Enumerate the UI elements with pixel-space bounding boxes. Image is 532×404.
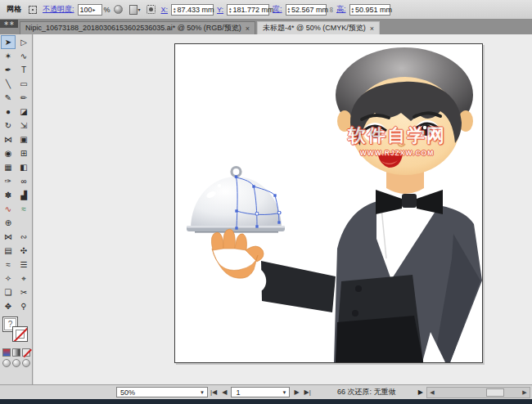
height-input[interactable]: ▴▾50.951 mm	[349, 4, 390, 16]
sleeve	[261, 261, 336, 312]
scrollbar-thumb[interactable]	[486, 388, 504, 397]
free-transform-tool[interactable]: ▣	[16, 132, 31, 146]
perspective-selection-tool[interactable]: ⊕	[1, 216, 16, 230]
scale-tool[interactable]: ⇲	[16, 119, 31, 132]
reshape-tool[interactable]: ∾	[16, 230, 31, 244]
eyedropper-alt-tool[interactable]: ✧	[1, 272, 16, 285]
curvature-tool[interactable]: ∿	[1, 202, 16, 216]
hand-tool[interactable]: ✥	[1, 299, 16, 313]
pupil-right	[421, 124, 432, 136]
zoom-level-combo[interactable]: 50% ▼	[116, 387, 208, 397]
opacity-label[interactable]: 不透明度:	[43, 4, 74, 15]
y-input[interactable]: ▴▾181.772 mm	[227, 4, 269, 16]
scroll-right-icon[interactable]: ▶	[520, 388, 530, 397]
none-button[interactable]	[22, 348, 30, 357]
gradient-tool[interactable]: ◧	[16, 160, 31, 174]
fill-stroke-swatches[interactable]: ?	[2, 316, 31, 346]
page-number-combo[interactable]: 1 ▼	[231, 387, 290, 397]
line-segment-tool[interactable]: ╲	[1, 77, 16, 91]
last-page-button[interactable]: ▶|	[304, 388, 311, 396]
height-label[interactable]: 高:	[336, 4, 346, 15]
lasso-tool[interactable]: ∿	[16, 49, 31, 63]
stroke-swatch[interactable]	[12, 326, 28, 342]
slice-tool[interactable]: ✂	[16, 285, 31, 299]
shape-builder-tool[interactable]: ◉	[1, 146, 16, 160]
eraser-tool[interactable]: ◪	[16, 105, 31, 119]
first-page-button[interactable]: |◀	[210, 388, 217, 396]
close-icon[interactable]: ×	[246, 25, 250, 33]
prev-page-button[interactable]: ◀	[222, 388, 227, 396]
draw-inside-button[interactable]	[22, 359, 30, 367]
percent-sign: %	[104, 6, 110, 14]
waiter-illustration	[175, 44, 482, 362]
close-icon[interactable]: ×	[370, 25, 374, 33]
draw-behind-button[interactable]	[12, 359, 20, 367]
cloche-dome[interactable]	[191, 177, 282, 229]
draw-normal-button[interactable]	[2, 359, 11, 367]
canvas-pasteboard[interactable]: 软件自学网 WWW.RJZXW.COM	[34, 34, 532, 384]
type-tool[interactable]: T	[16, 63, 31, 77]
mesh-tool[interactable]: ▦	[1, 160, 16, 174]
panel-collapse-button[interactable]: ∗∗	[0, 20, 18, 28]
link-dimensions-icon[interactable]: ∞	[327, 7, 336, 11]
scribble-tool[interactable]: ≈	[1, 258, 16, 272]
artboard-tool[interactable]: ❏	[1, 285, 16, 299]
eyedropper-tool[interactable]: ✑	[1, 174, 16, 188]
measure-tool[interactable]: ⌖	[16, 272, 31, 285]
rectangle-tool[interactable]: ▭	[16, 77, 31, 91]
y-label[interactable]: Y:	[217, 6, 223, 14]
select-similar-icon[interactable]	[27, 4, 38, 16]
zoom-tool[interactable]: ⚲	[16, 299, 31, 313]
width-tool[interactable]: ⋈	[1, 132, 16, 146]
direct-selection-tool[interactable]: ▷	[16, 35, 31, 49]
envelope-distort-tool[interactable]: ⋈	[1, 230, 16, 244]
jacket-button	[352, 310, 358, 316]
options-bar: 网格 不透明度: 100 ▸ % ▾ X: ▴▾87.433 mm Y: ▴▾1…	[0, 0, 532, 20]
document-tab-1[interactable]: Nipic_10673188_20180306153602536035.ai* …	[20, 21, 255, 34]
artboard[interactable]: 软件自学网 WWW.RJZXW.COM	[174, 43, 483, 363]
column-graph-tool[interactable]: ▟	[16, 188, 31, 202]
empty-cell	[16, 216, 31, 230]
blob-brush-tool[interactable]: ●	[1, 105, 16, 119]
graph-tool[interactable]: ▤	[1, 244, 16, 258]
width-label[interactable]: 宽:	[273, 4, 282, 15]
status-bar: 50% ▼ |◀ ◀ 1 ▼ ▶ ▶| 66 次还原: 无重做 ▶ ◀ ▶	[0, 384, 532, 399]
x-input[interactable]: ▴▾87.433 mm	[171, 4, 214, 16]
blend-tool[interactable]: ∞	[16, 174, 31, 188]
pencil-tool[interactable]: ✏	[16, 91, 31, 105]
chevron-down-icon[interactable]: ▼	[279, 390, 289, 395]
recolor-artwork-icon[interactable]	[113, 4, 124, 16]
magic-wand-tool[interactable]: ✶	[1, 49, 16, 63]
color-button[interactable]	[2, 348, 11, 357]
platter-shadow	[195, 231, 278, 233]
dome-highlight	[218, 184, 221, 187]
jacket-button	[355, 285, 362, 292]
warp-tool[interactable]: ≈	[16, 202, 31, 216]
opacity-input[interactable]: 100 ▸	[78, 4, 102, 16]
taskbar-edge	[0, 399, 532, 404]
x-label[interactable]: X:	[161, 6, 169, 14]
scroll-left-icon[interactable]: ◀	[427, 388, 437, 397]
context-label: 网格	[7, 4, 21, 15]
tools-panel: ➤▷✶∿✒T╲▭✎✏●◪↻⇲⋈▣◉⊞▦◧✑∞✽▟∿≈⊕⋈∾▤✣≈☰✧⌖❏✂✥⚲ …	[0, 34, 33, 384]
paragraph-tool[interactable]: ☰	[16, 258, 31, 272]
horizontal-scrollbar[interactable]: ◀ ▶	[426, 387, 530, 398]
live-paint-tool[interactable]: ✣	[16, 244, 31, 258]
gradient-button[interactable]	[12, 348, 20, 357]
pen-tool[interactable]: ✒	[1, 63, 16, 77]
next-page-button[interactable]: ▶	[294, 388, 299, 396]
width-input[interactable]: ▴▾52.567 mm	[286, 4, 327, 16]
isolate-object-icon[interactable]	[146, 4, 157, 16]
paintbrush-tool[interactable]: ✎	[1, 91, 16, 105]
chevron-down-icon[interactable]: ▼	[197, 390, 207, 395]
style-swatch[interactable]: ▾	[129, 4, 141, 16]
eye-glint	[423, 126, 426, 129]
opacity-dropdown-icon[interactable]: ▸	[93, 7, 96, 12]
status-flyout-icon[interactable]: ▶	[418, 388, 423, 396]
document-tab-2[interactable]: 未标题-4* @ 50% (CMYK/预览) ×	[257, 21, 380, 34]
symbol-sprayer-tool[interactable]: ✽	[1, 188, 16, 202]
perspective-grid-tool[interactable]: ⊞	[16, 146, 31, 160]
selection-tool[interactable]: ➤	[1, 35, 16, 49]
rotate-tool[interactable]: ↻	[1, 119, 16, 132]
eye-glint	[372, 128, 376, 132]
